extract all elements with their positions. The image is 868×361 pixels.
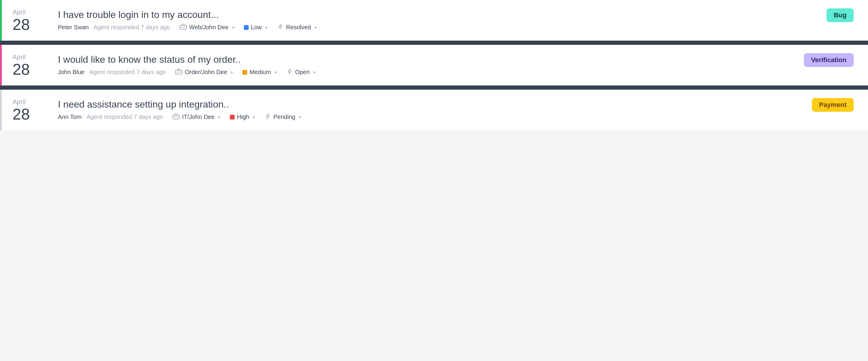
priority-indicator (242, 70, 247, 75)
ticket-meta: Peter Swan · Agent responded 7 days agoW… (58, 23, 854, 31)
status-item[interactable]: Resolved▾ (277, 23, 316, 31)
date-block: April28 (12, 53, 49, 77)
priority-dropdown-arrow[interactable]: ▾ (253, 115, 255, 119)
date-day: 28 (12, 61, 49, 77)
lightning-icon (286, 68, 293, 76)
ticket-time-ago: Agent responded 7 days ago (94, 24, 170, 31)
ticket-content: I need assistance setting up integration… (58, 99, 854, 121)
team-item[interactable]: Order/John Dee▾ (175, 68, 233, 76)
date-month: April (12, 98, 49, 106)
priority-label: Low (251, 24, 262, 31)
priority-indicator (244, 25, 249, 30)
svg-marker-2 (278, 24, 282, 29)
ticket-title: I have trouble login in to my account... (58, 9, 854, 20)
priority-item[interactable]: Low▾ (244, 24, 268, 31)
status-label: Pending (273, 114, 295, 120)
separator-dot: · (90, 25, 92, 30)
status-item[interactable]: Pending▾ (265, 113, 301, 121)
priority-indicator (230, 115, 235, 119)
ticket-meta: John Blue · Agent responded 7 days agoOr… (58, 68, 854, 76)
team-name: Web/John Dee (189, 24, 229, 31)
ticket-author: Peter Swan (58, 24, 89, 31)
ticket-meta: Ann Torn · Agent responded 7 days agoIT/… (58, 113, 854, 121)
ticket-title: I need assistance setting up integration… (58, 99, 854, 110)
author-time-row: John Blue · Agent responded 7 days ago (58, 69, 166, 76)
ticket-list: April28I have trouble login in to my acc… (0, 0, 868, 130)
ticket-time-ago: Agent responded 7 days ago (87, 114, 163, 120)
author-time-row: Peter Swan · Agent responded 7 days ago (58, 24, 170, 31)
team-item[interactable]: IT/John Dee▾ (173, 113, 220, 121)
briefcase-icon (175, 68, 182, 76)
briefcase-icon (180, 24, 187, 31)
team-name: Order/John Dee (185, 69, 227, 76)
ticket-content: I would like to know the status of my or… (58, 54, 854, 76)
date-block: April28 (12, 8, 49, 32)
ticket-time-ago: Agent responded 7 days ago (89, 69, 166, 76)
priority-dropdown-arrow[interactable]: ▾ (275, 70, 277, 75)
ticket-separator (0, 40, 868, 45)
lightning-icon (265, 113, 271, 121)
team-dropdown-arrow[interactable]: ▾ (231, 70, 233, 75)
ticket-row-2[interactable]: April28I would like to know the status o… (0, 45, 868, 85)
team-name: IT/John Dee (182, 114, 215, 120)
svg-marker-8 (266, 114, 270, 119)
status-label: Open (295, 69, 310, 76)
author-time-row: Ann Torn · Agent responded 7 days ago (58, 114, 163, 120)
separator-dot: · (84, 114, 85, 120)
ticket-author: Ann Torn (58, 114, 82, 120)
priority-label: Medium (250, 69, 271, 76)
date-block: April28 (12, 98, 49, 122)
briefcase-icon (173, 113, 180, 121)
team-item[interactable]: Web/John Dee▾ (180, 24, 234, 31)
ticket-row-1[interactable]: April28I have trouble login in to my acc… (0, 0, 868, 40)
separator-dot: · (86, 70, 88, 75)
priority-dropdown-arrow[interactable]: ▾ (266, 25, 268, 30)
ticket-separator (0, 85, 868, 90)
team-dropdown-arrow[interactable]: ▾ (232, 25, 234, 30)
priority-label: High (237, 114, 249, 120)
status-dropdown-arrow[interactable]: ▾ (313, 70, 315, 75)
status-dropdown-arrow[interactable]: ▾ (315, 25, 317, 30)
ticket-author: John Blue (58, 69, 85, 76)
status-dropdown-arrow[interactable]: ▾ (299, 115, 301, 119)
ticket-badge[interactable]: Bug (827, 8, 854, 22)
date-month: April (12, 53, 49, 61)
ticket-title: I would like to know the status of my or… (58, 54, 854, 65)
status-item[interactable]: Open▾ (286, 68, 315, 76)
date-month: April (12, 8, 49, 16)
date-day: 28 (12, 17, 49, 32)
status-label: Resolved (286, 24, 311, 31)
priority-item[interactable]: Medium▾ (242, 69, 276, 76)
date-day: 28 (12, 106, 49, 122)
svg-marker-5 (288, 69, 291, 74)
ticket-row-3[interactable]: April28I need assistance setting up inte… (0, 90, 868, 130)
ticket-badge[interactable]: Payment (812, 98, 854, 112)
lightning-icon (277, 23, 284, 31)
team-dropdown-arrow[interactable]: ▾ (218, 115, 220, 119)
ticket-badge[interactable]: Verification (804, 53, 854, 67)
ticket-content: I have trouble login in to my account...… (58, 9, 854, 31)
priority-item[interactable]: High▾ (230, 114, 255, 120)
